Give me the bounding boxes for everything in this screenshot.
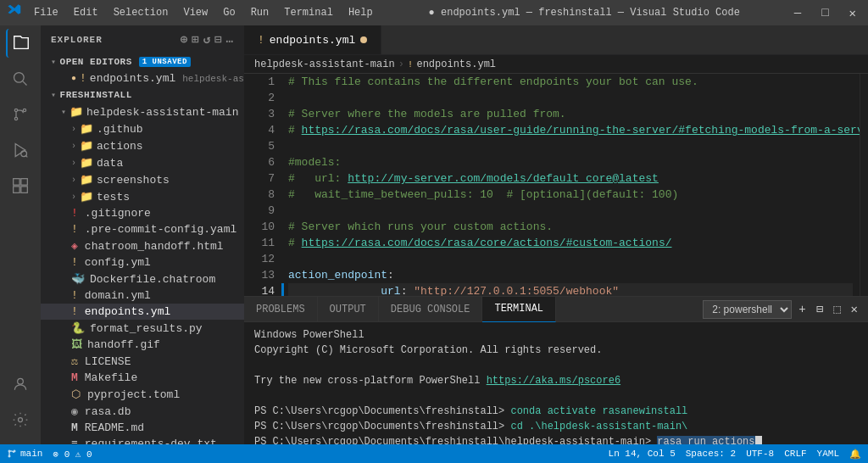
tree-file-reqdev[interactable]: ≡ requirements-dev.txt: [41, 436, 244, 444]
code-content[interactable]: # This file contains the different endpo…: [281, 74, 860, 296]
tab-terminal[interactable]: TERMINAL: [482, 297, 556, 322]
run-activity-icon[interactable]: [6, 136, 35, 165]
tree-file-readme[interactable]: M README.md: [41, 420, 244, 436]
new-folder-icon[interactable]: ⊞: [192, 32, 199, 47]
svg-rect-8: [14, 179, 20, 186]
folder-name: tests: [97, 191, 130, 204]
tab-label: endpoints.yml: [270, 34, 355, 47]
svg-point-4: [14, 117, 17, 120]
code-line-9: [288, 203, 853, 219]
extensions-activity-icon[interactable]: [6, 171, 35, 200]
tree-folder-tests[interactable]: › 📁 tests: [41, 188, 244, 205]
add-terminal-button[interactable]: +: [795, 301, 809, 318]
tree-file-endpoints[interactable]: ! endpoints.yml: [41, 304, 244, 320]
tree-folder-github[interactable]: › 📁 .github: [41, 120, 244, 137]
file-name: config.yml: [85, 256, 151, 269]
terminal-line-4: Try the new cross-platform PowerShell ht…: [254, 373, 858, 388]
file-name: format_results.py: [90, 322, 203, 335]
license-icon: ⚖: [71, 354, 78, 368]
folder-icon: 📁: [80, 139, 93, 153]
tree-file-gitignore[interactable]: ! .gitignore: [41, 205, 244, 221]
tree-folder-data[interactable]: › 📁 data: [41, 154, 244, 171]
yaml-icon: !: [71, 256, 78, 269]
code-line-7: # url: http://my-server.com/models/defau…: [288, 170, 853, 187]
code-editor[interactable]: 12345 678910 11121314 15161718 # This fi…: [244, 74, 868, 296]
collapse-icon[interactable]: ⊟: [214, 32, 222, 47]
explorer-activity-icon[interactable]: [6, 29, 35, 58]
tree-file-handoff[interactable]: 🖼 handoff.gif: [41, 337, 244, 353]
settings-activity-icon[interactable]: [6, 405, 35, 434]
menu-help[interactable]: Help: [342, 5, 380, 20]
menu-view[interactable]: View: [176, 5, 214, 20]
open-editors-section[interactable]: ▾ Open Editors 1 UNSAVED: [41, 53, 244, 70]
terminal-line-6: PS C:\Users\rcgop\Documents\freshinstall…: [254, 404, 858, 419]
svg-point-12: [18, 378, 24, 384]
titlebar-menu: File Edit Selection View Go Run Terminal…: [27, 5, 380, 20]
maximize-button[interactable]: □: [816, 4, 833, 22]
search-activity-icon[interactable]: [6, 64, 35, 93]
tree-file-chatroom[interactable]: ◈ chatroom_handoff.html: [41, 237, 244, 254]
svg-line-7: [26, 156, 28, 158]
account-activity-icon[interactable]: [6, 370, 35, 399]
tab-output[interactable]: OUTPUT: [318, 297, 379, 322]
breadcrumb-file[interactable]: endpoints.yml: [416, 59, 496, 70]
tree-file-pyproject[interactable]: ⬡ pyproject.toml: [41, 386, 244, 403]
menu-file[interactable]: File: [27, 5, 65, 20]
tree-file-makefile[interactable]: M Makefile: [41, 370, 244, 386]
tree-folder-screenshots[interactable]: › 📁 screenshots: [41, 171, 244, 188]
tree-file-license[interactable]: ⚖ LICENSE: [41, 353, 244, 370]
menu-edit[interactable]: Edit: [67, 5, 105, 20]
minimize-button[interactable]: —: [789, 4, 806, 22]
menu-terminal[interactable]: Terminal: [277, 5, 340, 20]
freshinstall-chevron-icon: ▾: [51, 90, 57, 100]
status-bar: main ⊗ 0 ⚠ 0 Ln 14, Col 5 Spaces: 2 UTF-…: [0, 444, 868, 463]
code-line-6: #models:: [288, 154, 853, 170]
file-tree: ▾ 📁 helpdesk-assistant-main › 📁 .github …: [41, 103, 244, 444]
new-file-icon[interactable]: ⊕: [181, 32, 188, 47]
code-line-5: [288, 138, 853, 154]
tree-file-rasadb[interactable]: ◉ rasa.db: [41, 403, 244, 420]
maximize-panel-button[interactable]: ⬚: [830, 300, 843, 318]
freshinstall-section[interactable]: ▾ FRESHINSTALL: [41, 86, 244, 103]
source-control-activity-icon[interactable]: [6, 100, 35, 129]
file-name: rasa.db: [85, 405, 131, 418]
svg-line-1: [23, 81, 27, 86]
menu-go[interactable]: Go: [216, 5, 242, 20]
folder-chevron-icon: ›: [71, 159, 76, 168]
tab-problems[interactable]: PROBLEMS: [244, 297, 318, 322]
minimap: [860, 74, 868, 296]
breadcrumb-folder[interactable]: helpdesk-assistant-main: [254, 59, 395, 70]
errors-count[interactable]: ⊗ 0 ⚠ 0: [53, 449, 92, 460]
makefile-icon: M: [71, 371, 78, 384]
tree-file-format[interactable]: 🐍 format_results.py: [41, 320, 244, 337]
encoding: UTF-8: [746, 449, 774, 459]
terminal-line-3: [254, 358, 858, 373]
terminal-line-8: PS C:\Users\rcgop\Documents\freshinstall…: [254, 434, 858, 444]
tab-debug-console[interactable]: DEBUG CONSOLE: [379, 297, 483, 322]
tree-file-domain[interactable]: ! domain.yml: [41, 287, 244, 304]
language[interactable]: YAML: [817, 449, 839, 459]
terminal-content[interactable]: Windows PowerShell Copyright (C) Microso…: [244, 322, 868, 444]
titlebar: File Edit Selection View Go Run Terminal…: [0, 0, 868, 25]
svg-point-6: [21, 151, 27, 157]
tree-file-config[interactable]: ! config.yml: [41, 254, 244, 271]
menu-run[interactable]: Run: [244, 5, 276, 20]
close-panel-button[interactable]: ✕: [848, 300, 861, 318]
active-line-indicator: [281, 283, 284, 296]
tree-folder-helpdesk[interactable]: ▾ 📁 helpdesk-assistant-main: [41, 103, 244, 120]
close-button[interactable]: ✕: [844, 4, 861, 22]
shell-selector[interactable]: 2: powershell: [703, 300, 792, 319]
open-editor-endpoints[interactable]: ● ! endpoints.yml helpdesk-assis...: [41, 70, 244, 86]
tree-folder-actions[interactable]: › 📁 actions: [41, 137, 244, 154]
svg-point-0: [14, 73, 25, 83]
menu-selection[interactable]: Selection: [107, 5, 175, 20]
refresh-icon[interactable]: ↺: [203, 32, 211, 47]
tree-file-precommit[interactable]: ! .pre-commit-config.yaml: [41, 221, 244, 237]
folder-name: data: [97, 157, 123, 170]
tree-file-dockerfile[interactable]: 🐳 Dockerfile.chatroom: [41, 271, 244, 287]
git-branch[interactable]: main: [7, 449, 42, 459]
more-actions-icon[interactable]: …: [226, 32, 234, 47]
feedback-icon[interactable]: 🔔: [849, 449, 861, 460]
split-terminal-button[interactable]: ⊟: [813, 300, 826, 318]
tab-endpoints[interactable]: ! endpoints.yml: [244, 25, 381, 54]
